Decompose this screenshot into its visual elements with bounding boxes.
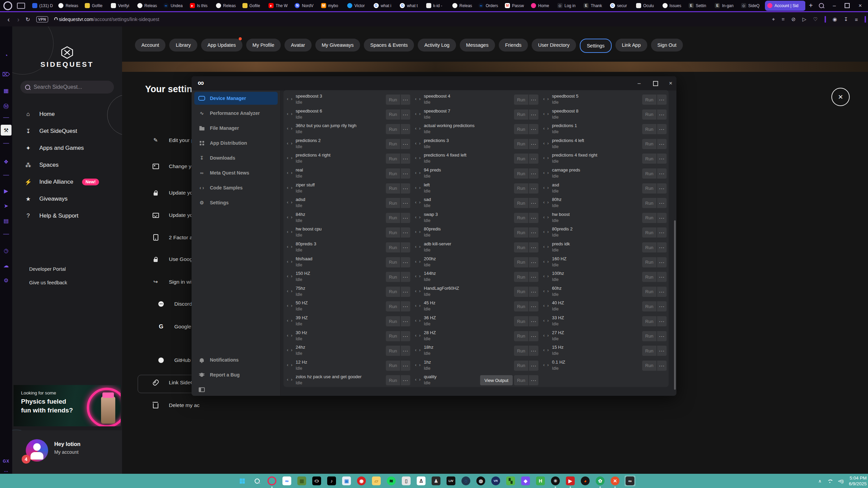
run-button[interactable]: Run — [386, 257, 400, 267]
more-options-button[interactable]: ··· — [529, 301, 538, 311]
taskbar-steamvr-icon[interactable]: ✳ — [550, 475, 561, 486]
tab[interactable]: Releas — [214, 1, 240, 11]
more-options-button[interactable]: ··· — [401, 257, 410, 267]
more-options-button[interactable]: ··· — [529, 257, 538, 267]
taskbar-antivirus-icon[interactable]: ◉ — [356, 475, 367, 486]
taskbar-h-app-icon[interactable]: H — [535, 475, 546, 486]
tab[interactable]: Home — [529, 1, 555, 11]
tab[interactable]: ◇Log in — [555, 1, 581, 11]
tab-cleaner-icon[interactable]: ⌦ — [0, 72, 12, 77]
more-options-button[interactable]: ··· — [529, 95, 538, 105]
run-button[interactable]: Run — [386, 213, 400, 223]
tab[interactable]: NNordV — [292, 1, 318, 11]
user-icon[interactable]: ◉ — [833, 16, 837, 22]
more-options-button[interactable]: ··· — [529, 227, 538, 238]
mqdh-nav-settings[interactable]: ⚙Settings — [194, 196, 278, 209]
taskbar-oculus-icon[interactable]: ⬭ — [311, 475, 322, 486]
search-tabs-icon[interactable] — [819, 3, 824, 8]
tab[interactable]: (131) D — [30, 1, 56, 11]
more-options-button[interactable]: ··· — [657, 287, 667, 297]
run-button[interactable]: Run — [642, 154, 656, 164]
sidebar-toggle[interactable] — [865, 16, 866, 23]
more-options-button[interactable]: ··· — [401, 301, 410, 311]
taskbar-mqdh-active-icon[interactable]: ∞ — [625, 475, 635, 486]
nav-pill-spaces-events[interactable]: Spaces & Events — [364, 39, 414, 52]
developer-portal-link[interactable]: Developer Portal — [29, 266, 66, 272]
settings-item-update-your[interactable]: Update your — [152, 190, 197, 196]
more-options-button[interactable]: ··· — [657, 257, 667, 267]
tab[interactable]: ∞Undea — [161, 1, 187, 11]
more-options-button[interactable]: ··· — [657, 331, 667, 341]
more-options-button[interactable]: ··· — [657, 198, 667, 208]
flow-icon[interactable]: ▷ — [803, 16, 807, 22]
wallet-icon[interactable]: ▤ — [0, 218, 12, 224]
mqdh-nav-app-distribution[interactable]: App Distribution — [194, 137, 278, 149]
nav-pill-library[interactable]: Library — [169, 39, 197, 52]
more-options-button[interactable]: ··· — [657, 227, 667, 238]
tab[interactable]: ESettin — [686, 1, 712, 11]
taskbar-vr-app-icon[interactable]: VR — [490, 475, 501, 486]
taskbar-tiktok-icon[interactable]: ♪ — [326, 475, 337, 486]
nav-pill-account[interactable]: Account — [135, 39, 165, 52]
mqdh-nav-downloads[interactable]: ↧Downloads — [194, 151, 278, 164]
run-button[interactable]: Run — [386, 242, 400, 252]
more-options-button[interactable]: ··· — [529, 346, 538, 356]
run-button[interactable]: Run — [642, 301, 656, 311]
more-options-button[interactable]: ··· — [401, 331, 410, 341]
nav-pill-messages[interactable]: Messages — [460, 39, 495, 52]
twitch-icon[interactable]: ❖ — [0, 159, 12, 165]
new-tab-button[interactable]: + — [809, 2, 813, 9]
settings-item-discord[interactable]: Discord — [157, 301, 192, 307]
download-icon[interactable]: ↧ — [844, 16, 848, 22]
promo-banner[interactable]: Looking for some Physics fueled fun with… — [14, 385, 121, 426]
tab[interactable]: Gwhat i — [371, 1, 397, 11]
account-section[interactable]: 4 Hey lotion My account — [12, 430, 122, 474]
sidebar-item-apps-and-games[interactable]: ✦Apps and Games — [24, 142, 84, 154]
taskbar-mouse-software-icon[interactable]: ▯ — [401, 475, 412, 486]
more-options-button[interactable]: ··· — [401, 316, 410, 326]
run-button[interactable]: Run — [514, 346, 528, 356]
tab[interactable]: MPassw — [502, 1, 529, 11]
nav-pill-settings[interactable]: Settings — [580, 39, 612, 53]
player-icon[interactable]: ▶ — [0, 188, 12, 194]
nav-pill-avatar[interactable]: Avatar — [284, 39, 312, 52]
run-button[interactable]: Run — [642, 183, 656, 194]
page-close-button[interactable]: × — [831, 88, 850, 106]
mqdh-title-bar[interactable]: ∞ – × — [192, 76, 676, 90]
clock[interactable]: 5:04 PM6/9/2025 — [849, 475, 867, 487]
run-button[interactable]: Run — [514, 154, 528, 164]
run-button[interactable]: Run — [642, 139, 656, 149]
run-button[interactable]: Run — [642, 242, 656, 252]
tab[interactable]: Victor — [345, 1, 371, 11]
run-button[interactable]: Run — [514, 316, 528, 326]
mqdh-nav-file-manager[interactable]: File Manager — [194, 122, 278, 135]
mqdh-nav-device-manager[interactable]: Device Manager — [194, 92, 278, 105]
run-button[interactable]: Run — [386, 361, 400, 371]
more-options-button[interactable]: ··· — [657, 168, 667, 179]
mqdh-maximize-button[interactable] — [649, 76, 662, 90]
pin-icon[interactable]: ⌖ — [772, 16, 775, 22]
more-options-button[interactable]: ··· — [657, 139, 667, 149]
close-button[interactable]: × — [859, 2, 862, 9]
nav-pill-activity-log[interactable]: Activity Log — [418, 39, 456, 52]
more-options-button[interactable]: ··· — [401, 361, 410, 371]
more-options-button[interactable]: ··· — [401, 213, 410, 223]
more-options-button[interactable]: ··· — [401, 124, 410, 134]
speaker-icon[interactable]: ⊲)) — [838, 479, 844, 484]
more-options-button[interactable]: ··· — [657, 183, 667, 194]
taskbar-obs-icon[interactable]: ◍ — [475, 475, 486, 486]
run-button[interactable]: Run — [514, 272, 528, 282]
run-button[interactable]: Run — [386, 272, 400, 282]
run-button[interactable]: Run — [642, 287, 656, 297]
sidebar-item-indie-alliance[interactable]: ⚡Indie AllianceNew! — [24, 176, 99, 188]
tab[interactable]: Gofile — [82, 1, 108, 11]
run-button[interactable]: Run — [514, 227, 528, 238]
vpn-badge[interactable]: VPN — [36, 16, 48, 22]
speed-dial-icon[interactable]: ◔ — [0, 53, 12, 58]
more-options-button[interactable]: ··· — [401, 375, 410, 385]
more-options-button[interactable]: ··· — [401, 198, 410, 208]
taskbar-minecraft-icon[interactable]: ▦ — [296, 475, 307, 486]
more-options-button[interactable]: ··· — [401, 95, 410, 105]
run-button[interactable]: Run — [514, 139, 528, 149]
run-button[interactable]: Run — [642, 272, 656, 282]
